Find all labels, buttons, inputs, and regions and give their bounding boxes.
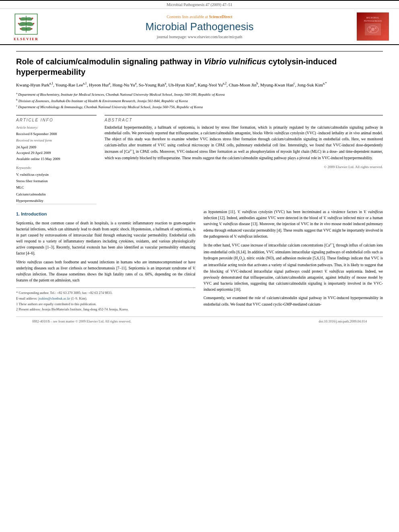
- keywords-list: V. vulnificus cytolysin Stress fiber for…: [16, 171, 97, 204]
- svg-point-9: [371, 28, 374, 31]
- svg-point-7: [31, 28, 33, 30]
- article-title: Role of calcium/calmodulin signaling pat…: [16, 51, 383, 77]
- svg-point-12: [370, 31, 372, 32]
- article-history: Article history: Received 8 September 20…: [16, 125, 97, 162]
- body-right-para-2: In the other hand, VVC cause increase of…: [204, 242, 383, 293]
- doi-text: doi:10.1016/j.micpath.2009.04.014: [319, 319, 367, 323]
- bottom-bar: 0882-4010/$ – see front matter © 2009 El…: [16, 316, 383, 326]
- footnote-2: 2 Present address: Jeonju BioMaterials I…: [16, 307, 195, 312]
- article-info-column: ARTICLE INFO Article history: Received 8…: [16, 115, 97, 204]
- svg-point-3: [32, 18, 33, 19]
- footnote-1: 1 These authors are equally contributed …: [16, 302, 195, 307]
- keyword-item: Calcium/calmodulin: [16, 191, 97, 197]
- footnotes-block: * Corresponding author. Tel.: +82 63 270…: [16, 288, 195, 312]
- body-content: 1. Introduction Septicemia, the most com…: [16, 209, 383, 312]
- article-info-abstract-section: ARTICLE INFO Article history: Received 8…: [16, 115, 383, 204]
- footnote-email-link[interactable]: jsukim@chonbuk.ac.kr: [38, 296, 70, 300]
- intro-para-1: Septicemia, the most common cause of dea…: [16, 220, 195, 257]
- body-columns: 1. Introduction Septicemia, the most com…: [16, 209, 383, 312]
- body-col-left: 1. Introduction Septicemia, the most com…: [16, 209, 195, 312]
- body-col-right: as hypotension [11]. V. vulnificus cytol…: [204, 209, 383, 312]
- authors-line: Kwang-Hyun Parka,1, Young-Rae Leea,1, Hy…: [16, 81, 383, 88]
- main-content: Role of calcium/calmodulin signaling pat…: [0, 45, 399, 334]
- svg-point-10: [369, 27, 371, 29]
- journal-citation-header: Microbial Pathogenesis 47 (2009) 47–51: [0, 0, 399, 9]
- journal-homepage: journal homepage: www.elsevier.com/locat…: [157, 35, 243, 39]
- svg-point-4: [18, 23, 20, 25]
- journal-logo-right: MICROBIAL PATHOGENESIS: [355, 12, 391, 41]
- keyword-item: V. vulnificus cytolysin: [16, 171, 97, 178]
- abstract-text: Endothelial hyperpermeability, a hallmar…: [105, 125, 383, 170]
- body-right-para-3: Consequently, we examined the role of ca…: [204, 295, 383, 307]
- journal-title-block: Contents lists available at ScienceDirec…: [48, 14, 351, 39]
- abstract-label: ABSTRACT: [105, 118, 383, 122]
- sciencedirect-link[interactable]: Contents lists available at ScienceDirec…: [167, 14, 232, 19]
- abstract-column: ABSTRACT Endothelial hyperpermeability, …: [105, 115, 383, 204]
- body-right-para-1: as hypotension [11]. V. vulnificus cytol…: [204, 209, 383, 240]
- keyword-item: Hyperpermeability: [16, 197, 97, 204]
- intro-heading: 1. Introduction: [16, 211, 195, 218]
- copyright-text: © 2009 Elsevier Ltd. All rights reserved…: [105, 164, 383, 170]
- journal-citation-text: Microbial Pathogenesis 47 (2009) 47–51: [167, 2, 232, 7]
- footnote-email: E-mail address: jsukim@chonbuk.ac.kr (J.…: [16, 296, 195, 302]
- svg-point-11: [375, 27, 376, 29]
- elsevier-logo: ELSEVIER: [8, 12, 44, 41]
- footnote-corresponding: * Corresponding author. Tel.: +82 63 270…: [16, 290, 195, 296]
- issn-text: 0882-4010/$ – see front matter © 2009 El…: [32, 319, 131, 323]
- keyword-item: MLC: [16, 184, 97, 191]
- keyword-item: Stress fiber formation: [16, 178, 97, 184]
- journal-name: Microbial Pathogenesis: [146, 21, 254, 33]
- affiliations-block: a Department of Biochemistry, Institute …: [16, 91, 383, 110]
- article-info-label: ARTICLE INFO: [16, 118, 97, 122]
- intro-para-2: Vibrio vulnificus causes both foodborne …: [16, 259, 195, 284]
- page: Microbial Pathogenesis 47 (2009) 47–51: [0, 0, 399, 532]
- journal-logo-box: MICROBIAL PATHOGENESIS: [357, 12, 389, 41]
- svg-point-2: [19, 18, 21, 19]
- svg-point-5: [33, 23, 35, 25]
- elsevier-label-text: ELSEVIER: [14, 37, 39, 41]
- keywords-block: Keywords: V. vulnificus cytolysin Stress…: [16, 166, 97, 204]
- svg-point-6: [20, 28, 21, 30]
- journal-banner: ELSEVIER Contents lists available at Sci…: [0, 9, 399, 45]
- elsevier-tree-icon: [12, 12, 40, 36]
